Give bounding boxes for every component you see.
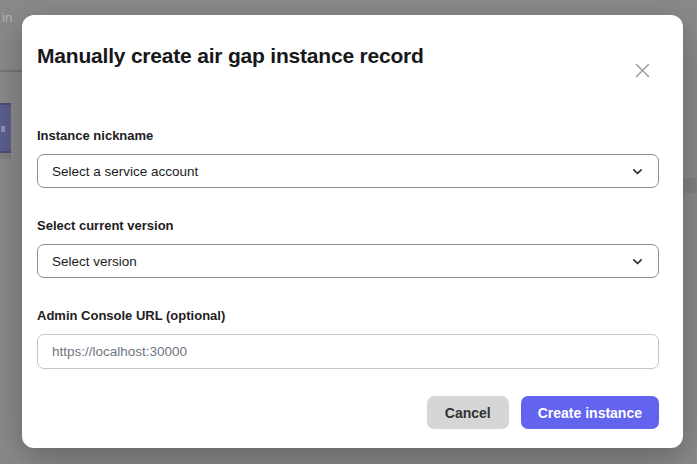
background-divider [0,70,22,72]
create-instance-button[interactable]: Create instance [521,396,659,429]
background-right-patch [683,178,697,193]
chevron-down-icon [631,165,644,178]
background-row-shadow [0,153,11,159]
background-row-marker [1,126,5,132]
instance-nickname-select-value: Select a service account [52,164,631,179]
cancel-button[interactable]: Cancel [427,396,509,429]
instance-nickname-select[interactable]: Select a service account [37,154,659,188]
create-airgap-instance-modal: Manually create air gap instance record … [22,15,683,448]
field-admin-console-url: Admin Console URL (optional) [37,308,659,369]
field-instance-nickname: Instance nickname Select a service accou… [37,128,659,188]
current-version-label: Select current version [37,218,659,233]
modal-footer: Cancel Create instance [37,396,659,429]
close-icon [634,62,651,79]
current-version-select-value: Select version [52,254,631,269]
background-clipped-text: in [2,10,12,25]
current-version-select[interactable]: Select version [37,244,659,278]
admin-console-url-label: Admin Console URL (optional) [37,308,659,323]
field-current-version: Select current version Select version [37,218,659,278]
close-button[interactable] [631,59,653,81]
instance-nickname-label: Instance nickname [37,128,659,143]
admin-console-url-input[interactable] [37,334,659,369]
chevron-down-icon [631,255,644,268]
modal-title: Manually create air gap instance record [37,44,659,68]
